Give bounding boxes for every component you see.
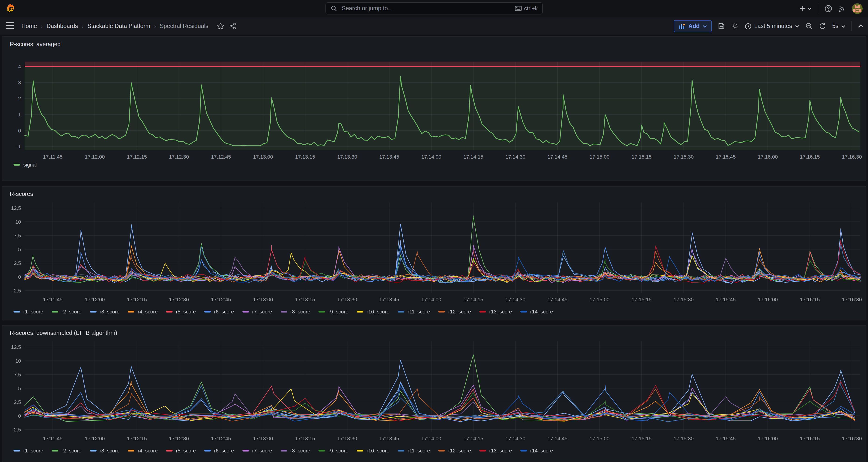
- legend-item-r3_score[interactable]: r3_score: [90, 309, 120, 314]
- news-button[interactable]: [838, 5, 846, 12]
- legend-item-r13_score[interactable]: r13_score: [479, 309, 512, 314]
- legend-item-r10_score[interactable]: r10_score: [357, 448, 389, 453]
- legend: r1_scorer2_scorer3_scorer4_scorer5_score…: [2, 448, 866, 453]
- legend-swatch: [90, 450, 96, 452]
- search-shortcut: ctrl+k: [515, 5, 538, 12]
- legend-item-r5_score[interactable]: r5_score: [166, 448, 196, 453]
- divider: [818, 3, 818, 13]
- svg-text:17:15:00: 17:15:00: [590, 297, 610, 303]
- breadcrumb-home[interactable]: Home: [22, 23, 37, 29]
- chart-rscores: 12.5107.552.50-2.517:11:4517:12:0017:12:…: [2, 197, 866, 308]
- avatar-image: [852, 3, 863, 14]
- svg-text:17:14:30: 17:14:30: [505, 154, 526, 160]
- legend-item-r11_score[interactable]: r11_score: [398, 309, 430, 314]
- dashboard-settings-button[interactable]: [731, 22, 738, 30]
- panel-title[interactable]: R-scores: downsampled (LTTB algorithm): [2, 326, 866, 336]
- legend-label: signal: [23, 162, 37, 167]
- legend-item-r10_score[interactable]: r10_score: [357, 309, 389, 314]
- refresh-button[interactable]: [819, 22, 826, 30]
- svg-text:17:13:45: 17:13:45: [379, 436, 399, 441]
- legend-item-r6_score[interactable]: r6_score: [204, 309, 234, 314]
- axis-labels: 12.5107.552.50-2.517:11:4517:12:0017:12:…: [11, 344, 862, 441]
- zoom-out-time-button[interactable]: [805, 22, 813, 30]
- legend-label: r6_score: [214, 309, 234, 314]
- svg-text:2: 2: [18, 96, 21, 101]
- legend-item-r1_score[interactable]: r1_score: [13, 309, 43, 314]
- legend-label: r9_score: [329, 448, 348, 453]
- legend-item-r7_score[interactable]: r7_score: [243, 309, 272, 314]
- svg-text:12.5: 12.5: [11, 205, 21, 211]
- svg-text:3: 3: [18, 80, 21, 86]
- chevron-down-icon: [703, 25, 707, 28]
- legend-item-signal[interactable]: signal: [13, 162, 37, 167]
- help-button[interactable]: [825, 4, 832, 12]
- svg-text:17:12:15: 17:12:15: [127, 436, 147, 441]
- svg-text:17:13:45: 17:13:45: [379, 297, 399, 303]
- legend-item-r14_score[interactable]: r14_score: [520, 448, 553, 453]
- legend-label: r10_score: [367, 309, 389, 314]
- legend-label: r8_score: [290, 448, 310, 453]
- svg-text:17:15:45: 17:15:45: [716, 154, 736, 160]
- legend-item-r3_score[interactable]: r3_score: [90, 448, 120, 453]
- add-panel-button[interactable]: Add: [674, 20, 711, 32]
- legend-item-r13_score[interactable]: r13_score: [479, 448, 512, 453]
- legend: r1_scorer2_scorer3_scorer4_scorer5_score…: [2, 309, 866, 314]
- legend: signal: [2, 162, 866, 167]
- legend-item-r2_score[interactable]: r2_score: [52, 309, 82, 314]
- legend-label: r12_score: [448, 448, 471, 453]
- legend-label: r7_score: [252, 309, 272, 314]
- svg-text:17:15:45: 17:15:45: [716, 297, 736, 303]
- svg-text:1: 1: [18, 112, 21, 118]
- legend-swatch: [479, 450, 486, 452]
- svg-text:17:16:30: 17:16:30: [842, 154, 862, 160]
- collapse-toolbar-button[interactable]: [858, 24, 864, 28]
- legend-item-r11_score[interactable]: r11_score: [398, 448, 430, 453]
- svg-text:17:15:15: 17:15:15: [631, 436, 652, 441]
- legend-item-r9_score[interactable]: r9_score: [319, 309, 348, 314]
- legend-item-r8_score[interactable]: r8_score: [280, 448, 310, 453]
- keyboard-icon: [515, 6, 522, 11]
- panel-title[interactable]: R-scores: averaged: [2, 37, 866, 48]
- svg-text:17:14:00: 17:14:00: [421, 154, 441, 160]
- user-avatar[interactable]: [852, 3, 863, 14]
- svg-text:10: 10: [16, 358, 21, 364]
- save-dashboard-button[interactable]: [717, 22, 725, 30]
- svg-text:2.5: 2.5: [14, 399, 21, 405]
- svg-text:17:13:15: 17:13:15: [295, 297, 315, 303]
- legend-item-r7_score[interactable]: r7_score: [243, 448, 272, 453]
- legend-item-r12_score[interactable]: r12_score: [438, 309, 471, 314]
- share-icon[interactable]: [229, 22, 237, 30]
- svg-text:-2.5: -2.5: [12, 288, 21, 294]
- legend-item-r8_score[interactable]: r8_score: [280, 309, 310, 314]
- legend-label: r13_score: [489, 448, 512, 453]
- svg-text:5: 5: [18, 247, 21, 252]
- search-input[interactable]: [341, 5, 511, 12]
- legend-item-r1_score[interactable]: r1_score: [13, 448, 43, 453]
- refresh-interval-picker[interactable]: 5s: [832, 23, 845, 29]
- star-icon[interactable]: [217, 22, 224, 30]
- panel-title[interactable]: R-scores: [2, 187, 866, 197]
- legend-item-r2_score[interactable]: r2_score: [52, 448, 82, 453]
- new-dashboard-button[interactable]: [799, 5, 812, 12]
- threshold-region-above: [25, 62, 860, 66]
- top-right-actions: [799, 0, 863, 17]
- time-range-picker[interactable]: Last 5 minutes: [744, 23, 799, 30]
- breadcrumb-dashboards[interactable]: Dashboards: [46, 23, 78, 29]
- legend-item-r5_score[interactable]: r5_score: [166, 309, 196, 314]
- svg-text:17:16:15: 17:16:15: [800, 297, 820, 303]
- legend-swatch: [13, 164, 20, 165]
- svg-text:17:15:15: 17:15:15: [631, 154, 652, 160]
- legend-item-r9_score[interactable]: r9_score: [319, 448, 348, 453]
- legend-item-r14_score[interactable]: r14_score: [520, 309, 553, 314]
- legend-item-r6_score[interactable]: r6_score: [204, 448, 234, 453]
- legend-item-r4_score[interactable]: r4_score: [128, 309, 158, 314]
- grafana-logo-icon[interactable]: [6, 3, 16, 13]
- legend-item-r12_score[interactable]: r12_score: [438, 448, 471, 453]
- breadcrumb-folder[interactable]: Stackable Data Platform: [87, 23, 150, 29]
- legend-item-r4_score[interactable]: r4_score: [128, 448, 158, 453]
- menu-toggle-icon[interactable]: [6, 22, 14, 29]
- svg-text:17:13:30: 17:13:30: [337, 436, 357, 441]
- legend-swatch: [357, 450, 363, 452]
- global-search[interactable]: ctrl+k: [326, 2, 543, 14]
- legend-swatch: [438, 311, 445, 312]
